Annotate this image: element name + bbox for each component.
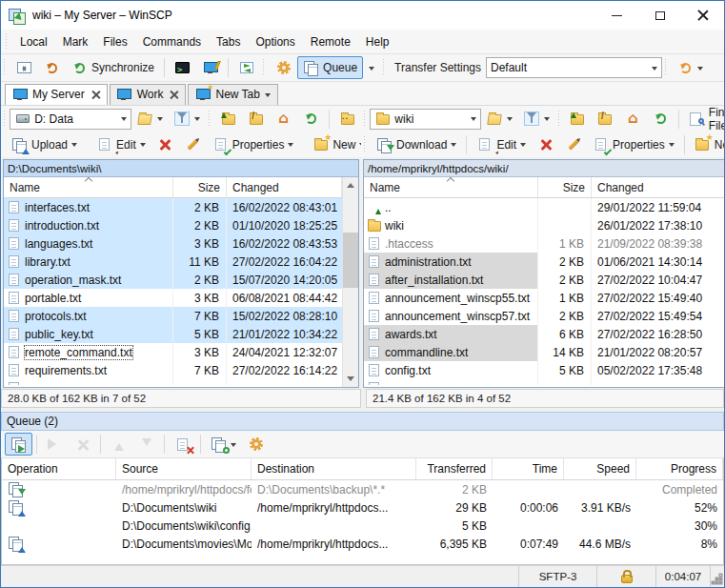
column-header-name[interactable]: Name [364, 177, 538, 197]
bookmarks-button[interactable]: .. [333, 108, 361, 131]
menu-local[interactable]: Local [12, 31, 55, 52]
delete-button[interactable] [151, 133, 179, 156]
scroll-thumb[interactable] [343, 233, 358, 288]
queue-row[interactable]: D:\Documents\movies\Movie\... /home/mpri… [2, 535, 723, 553]
column-header-changed[interactable]: Changed [227, 177, 342, 197]
open-in-putty-button[interactable] [196, 56, 224, 79]
queue-dropdown-button[interactable] [363, 56, 380, 79]
file-row[interactable]: requirements.txt 7 KB 27/02/2022 16:14:2… [4, 361, 342, 379]
file-row[interactable]: remote_command.txt 3 KB 24/04/2021 12:32… [4, 343, 342, 361]
menu-remote[interactable]: Remote [303, 31, 358, 52]
edit-button[interactable]: Edit [91, 133, 151, 156]
home-directory-button[interactable]: ⌂ [619, 108, 647, 131]
synchronize-button[interactable]: Synchronize [66, 56, 160, 79]
rename-button[interactable] [179, 133, 207, 156]
queue-shutdown-button[interactable] [205, 433, 242, 456]
column-header-changed[interactable]: Changed [592, 177, 725, 197]
queue-column-destination[interactable]: Destination [252, 458, 416, 479]
scroll-down-button[interactable] [343, 372, 358, 387]
properties-button[interactable]: Properties [587, 133, 680, 156]
tab-my-server[interactable]: My Server [5, 84, 108, 105]
toolbar-grip[interactable] [3, 111, 7, 128]
tab-work[interactable]: Work [110, 84, 187, 105]
file-row[interactable]: .. 29/01/2022 11:59:04 [364, 198, 725, 216]
refresh-button[interactable] [647, 108, 675, 131]
scroll-up-button[interactable] [343, 177, 358, 193]
file-row[interactable] [4, 379, 342, 385]
local-path-header[interactable]: D:\Documents\wiki\ [4, 160, 358, 177]
toolbar-grip[interactable] [208, 111, 211, 128]
menu-help[interactable]: Help [358, 31, 397, 52]
queue-column-speed[interactable]: Speed [564, 458, 636, 479]
queue-run-button[interactable] [41, 433, 69, 456]
download-button[interactable]: Download [371, 133, 462, 156]
file-row[interactable]: wiki 26/01/2022 17:38:10 [364, 216, 725, 234]
toolbar-grip[interactable] [3, 59, 8, 76]
file-row[interactable]: after_installation.txt 2 KB 27/02/2022 1… [364, 271, 725, 289]
queue-column-source[interactable]: Source [116, 458, 252, 479]
find-files-button[interactable]: Find Files [683, 108, 725, 131]
protocol-cell[interactable]: SFTP-3 [519, 566, 597, 587]
parent-directory-button[interactable] [214, 108, 242, 131]
transfer-settings-select[interactable]: Default [486, 57, 662, 78]
file-row[interactable]: .htaccess 1 KB 21/09/2022 08:39:38 [364, 234, 725, 253]
queue-row[interactable]: D:\Documents\wiki\config.txt 5 KB 30% [2, 517, 723, 535]
menu-mark[interactable]: Mark [55, 31, 96, 52]
queue-toggle-button[interactable]: Queue [297, 56, 363, 79]
queue-move-down-button[interactable] [132, 433, 160, 456]
upload-button[interactable]: Upload [6, 133, 83, 156]
queue-column-operation[interactable]: Operation [2, 458, 116, 479]
toolbar-grip[interactable] [262, 59, 267, 76]
file-row[interactable]: public_key.txt 5 KB 21/01/2022 10:34:22 [4, 325, 342, 343]
refresh-panels-button[interactable] [232, 56, 260, 79]
drive-combobox[interactable]: D: Data [10, 109, 131, 130]
properties-button[interactable]: Properties [207, 133, 300, 156]
maximize-button[interactable] [638, 1, 681, 30]
delete-button[interactable] [532, 133, 559, 156]
preferences-button[interactable] [270, 56, 297, 79]
open-directory-button[interactable] [481, 108, 518, 131]
toolbar-grip[interactable] [363, 111, 367, 128]
file-row[interactable]: administration.txt 2 KB 01/06/2021 14:30… [364, 253, 725, 271]
menu-files[interactable]: Files [95, 31, 134, 52]
tab-close-icon[interactable] [170, 91, 178, 99]
directory-combobox[interactable]: wiki [370, 109, 480, 130]
parent-directory-button[interactable] [564, 108, 592, 131]
toolbar-grip[interactable] [557, 111, 561, 128]
file-row[interactable]: protocols.txt 7 KB 15/02/2022 08:28:10 [4, 307, 342, 325]
menu-tabs[interactable]: Tabs [209, 31, 248, 52]
queue-header[interactable]: Queue (2) [1, 412, 724, 431]
home-directory-button[interactable]: ⌂ [270, 108, 297, 131]
refresh-button[interactable] [297, 108, 325, 131]
root-directory-button[interactable]: / [592, 108, 619, 131]
queue-row[interactable]: /home/mprikryl/httpdocs/for... D:\Docume… [2, 480, 723, 498]
toolbar-grip[interactable] [382, 59, 387, 76]
minimize-button[interactable] [595, 1, 638, 30]
queue-column-time[interactable]: Time [493, 458, 564, 479]
menu-grip[interactable] [5, 33, 10, 51]
transfer-options-button[interactable] [672, 56, 709, 79]
filter-button[interactable] [169, 108, 206, 131]
queue-stop-button[interactable] [69, 433, 96, 456]
menu-commands[interactable]: Commands [135, 31, 209, 52]
file-row[interactable]: library.txt 11 KB 27/02/2022 16:04:22 [4, 253, 342, 271]
queue-move-up-button[interactable] [105, 433, 132, 456]
queue-column-progress[interactable]: Progress [636, 458, 723, 479]
column-header-name[interactable]: Name [4, 177, 173, 197]
file-row[interactable] [364, 379, 725, 385]
toolbar-grip[interactable] [664, 59, 669, 76]
toolbar-grip[interactable] [363, 136, 368, 153]
queue-preferences-button[interactable] [242, 433, 270, 456]
menu-options[interactable]: Options [248, 31, 302, 52]
new-button[interactable]: ★ New [689, 133, 725, 156]
queue-delete-all-button[interactable] [169, 433, 196, 456]
root-directory-button[interactable]: / [242, 108, 270, 131]
full-synchronization-button[interactable] [38, 56, 66, 79]
remote-path-header[interactable]: /home/mprikryl/httpdocs/wiki/ [364, 160, 725, 177]
queue-row[interactable]: D:\Documents\wiki /home/mprikryl/httpdoc… [2, 498, 723, 517]
queue-column-transferred[interactable]: Transferred [416, 458, 493, 479]
close-button[interactable] [681, 1, 724, 30]
file-row[interactable]: languages.txt 3 KB 16/02/2022 08:43:53 [4, 234, 342, 253]
file-row[interactable]: commandline.txt 14 KB 21/01/2022 08:20:5… [364, 343, 725, 361]
file-row[interactable]: portable.txt 3 KB 06/08/2021 08:44:42 [4, 289, 342, 307]
